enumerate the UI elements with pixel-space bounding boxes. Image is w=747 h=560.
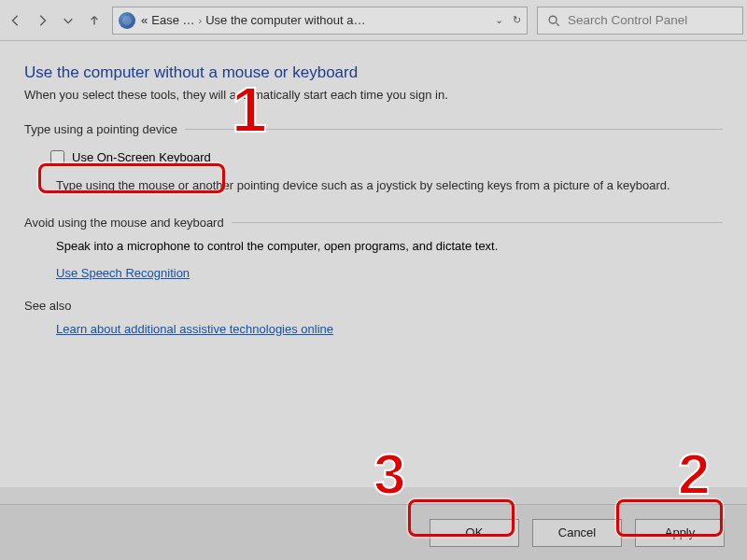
annotation-box-1 (38, 163, 225, 193)
annotation-number-1: 1 (232, 77, 267, 141)
annotation-box-3 (408, 499, 514, 537)
svg-point-0 (549, 16, 557, 23)
search-input[interactable]: Search Control Panel (537, 7, 743, 35)
chevron-right-icon: › (198, 15, 202, 26)
chevron-down-icon[interactable]: ⌄ (495, 14, 503, 26)
breadcrumb-item-ease[interactable]: Ease … (151, 13, 194, 27)
up-button[interactable] (82, 7, 106, 35)
refresh-icon[interactable]: ↻ (513, 14, 521, 26)
on-screen-keyboard-checkbox[interactable] (50, 150, 64, 164)
see-also-label: See also (24, 299, 723, 313)
back-button[interactable] (4, 7, 28, 35)
page-title: Use the computer without a mouse or keyb… (24, 63, 723, 82)
address-bar: « Ease … › Use the computer without a… ⌄… (0, 0, 747, 41)
control-panel-icon (119, 12, 135, 29)
content-area: Use the computer without a mouse or keyb… (0, 41, 747, 487)
speech-recognition-link[interactable]: Use Speech Recognition (56, 266, 190, 280)
assistive-tech-link[interactable]: Learn about additional assistive technol… (56, 322, 333, 336)
speech-description: Speak into a microphone to control the c… (24, 239, 723, 253)
annotation-number-2: 2 (678, 445, 710, 503)
recent-locations-button[interactable] (56, 7, 80, 35)
breadcrumb-item-current[interactable]: Use the computer without a… (205, 13, 365, 27)
breadcrumb-bar[interactable]: « Ease … › Use the computer without a… ⌄… (112, 7, 528, 35)
search-placeholder: Search Control Panel (568, 13, 687, 27)
group-type-pointing: Type using a pointing device (24, 122, 723, 136)
annotation-number-3: 3 (374, 445, 405, 503)
breadcrumb-chevrons: « (141, 13, 148, 27)
page-subtitle: When you select these tools, they will a… (24, 88, 723, 102)
search-icon (547, 14, 560, 27)
cancel-button[interactable]: Cancel (532, 519, 622, 547)
group-avoid-mouse-keyboard: Avoid using the mouse and keyboard (24, 216, 723, 230)
on-screen-keyboard-label: Use On-Screen Keyboard (72, 150, 211, 164)
forward-button[interactable] (30, 7, 54, 35)
